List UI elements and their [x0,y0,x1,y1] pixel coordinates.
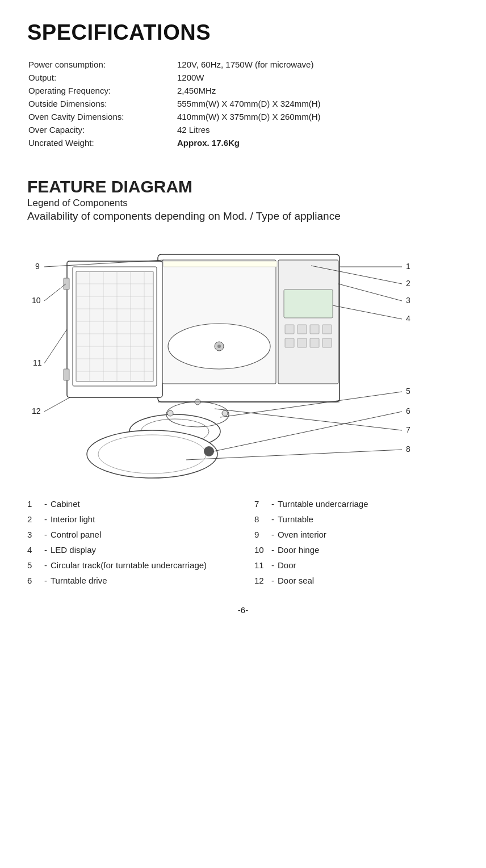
spec-value: 120V, 60Hz, 1750W (for microwave) [177,58,458,70]
legend-item-dash: - [44,560,47,570]
svg-text:9: 9 [35,262,40,271]
svg-text:4: 4 [406,314,410,323]
spec-label: Power consumption: [28,58,176,70]
svg-point-38 [195,399,200,405]
legend-item: 8 - Turntable [254,511,459,527]
svg-rect-30 [322,338,332,347]
svg-text:12: 12 [32,406,41,416]
svg-rect-22 [284,290,333,318]
spec-value: 1200W [177,72,458,83]
svg-point-18 [168,324,270,369]
legend-item-label: LED display [51,545,96,555]
svg-line-50 [213,412,402,451]
svg-point-20 [217,345,221,348]
spec-row: Over Capacity:42 Litres [28,124,458,136]
svg-rect-29 [310,338,319,347]
spec-label: Uncrated Weight: [28,137,176,149]
feature-diagram: 1 2 3 4 5 6 7 8 9 10 11 12 [27,233,470,483]
legend-item-dash: - [44,576,47,585]
legend-item-dash: - [44,530,47,539]
spec-label: Output: [28,72,176,83]
svg-line-56 [44,397,70,412]
legend-item-num: 1 [27,499,43,509]
legend-item-label: Cabinet [51,499,80,509]
svg-line-53 [44,260,164,267]
legend-item: 7 - Turntable undercarriage [254,496,459,511]
svg-line-51 [215,409,402,430]
legend-col-left: 1 - Cabinet2 - Interior light3 - Control… [27,496,232,588]
svg-rect-1 [67,261,162,397]
legend-item-label: Turntable drive [51,576,107,585]
svg-line-49 [220,392,402,417]
svg-text:10: 10 [32,296,41,305]
legend-item-dash: - [271,560,274,570]
legend-item: 12 - Door seal [254,573,459,588]
svg-rect-33 [64,369,69,380]
svg-rect-25 [310,325,319,334]
svg-rect-27 [285,338,294,347]
legend-item-label: Interior light [51,514,95,524]
legend-item-label: Door hinge [278,545,319,555]
legend-item-dash: - [271,576,274,585]
legend-item-dash: - [271,514,274,524]
legend-item-label: Turntable [278,514,313,524]
svg-text:8: 8 [406,445,410,454]
svg-point-37 [167,410,173,416]
legend-item-num: 5 [27,560,43,570]
legend-item-label: Turntable undercarriage [278,499,368,509]
svg-text:11: 11 [33,358,42,367]
svg-point-39 [222,410,228,416]
legend-item: 9 - Oven interior [254,527,459,542]
svg-rect-2 [73,267,157,386]
spec-row: Oven Cavity Dimensions: 410mm(W) X 375mm… [28,111,458,123]
spec-row: Operating Frequency:2,450MHz [28,85,458,97]
svg-text:2: 2 [406,279,410,288]
legend-title: Legend of Components [27,198,459,209]
svg-line-48 [333,305,402,319]
legend-item-label: Circular track(for turntable undercarria… [51,560,207,570]
legend-item-dash: - [44,514,47,524]
legend-item: 3 - Control panel [27,527,232,542]
spec-value: 2,450MHz [177,85,458,97]
legend-item: 2 - Interior light [27,511,232,527]
svg-point-40 [87,430,217,478]
svg-rect-26 [322,325,332,334]
svg-line-47 [338,284,402,301]
legend-item: 1 - Cabinet [27,496,232,511]
spec-row: Power consumption:120V, 60Hz, 1750W (for… [28,58,458,70]
svg-rect-21 [278,260,338,384]
legend-item: 10 - Door hinge [254,542,459,557]
spec-value: Approx. 17.6Kg [177,137,458,149]
legend-item-num: 2 [27,514,43,524]
svg-rect-31 [164,261,277,267]
svg-line-55 [44,329,67,363]
legend-item-num: 3 [27,530,43,539]
svg-rect-17 [162,260,276,384]
legend-item-num: 8 [254,514,270,524]
legend-item-dash: - [271,545,274,555]
spec-row: Outside Dimensions:555mm(W) X 470mm(D) X… [28,98,458,110]
legend-col-right: 7 - Turntable undercarriage8 - Turntable… [254,496,459,588]
legend-item-dash: - [271,530,274,539]
svg-text:7: 7 [406,425,410,434]
legend-item: 4 - LED display [27,542,232,557]
legend-item: 5 - Circular track(for turntable underca… [27,557,232,573]
legend-item-num: 12 [254,576,270,585]
legend-item-num: 10 [254,545,270,555]
legend-item-num: 9 [254,530,270,539]
svg-rect-3 [76,271,153,381]
legend-item-label: Door [278,560,296,570]
svg-point-34 [129,414,220,448]
legend-item-num: 11 [254,560,270,570]
spec-value: 410mm(W) X 375mm(D) X 260mm(H) [177,111,458,123]
feature-diagram-title: FEATURE DIAGRAM [27,177,459,196]
spec-label: Operating Frequency: [28,85,176,97]
legend-item-num: 6 [27,576,43,585]
svg-rect-28 [298,338,307,347]
legend-item: 6 - Turntable drive [27,573,232,588]
legend-item-label: Door seal [278,576,314,585]
svg-rect-0 [158,254,340,402]
svg-rect-32 [64,278,69,290]
availability-label: Availability of components depending on … [27,210,459,223]
svg-line-46 [311,266,402,284]
